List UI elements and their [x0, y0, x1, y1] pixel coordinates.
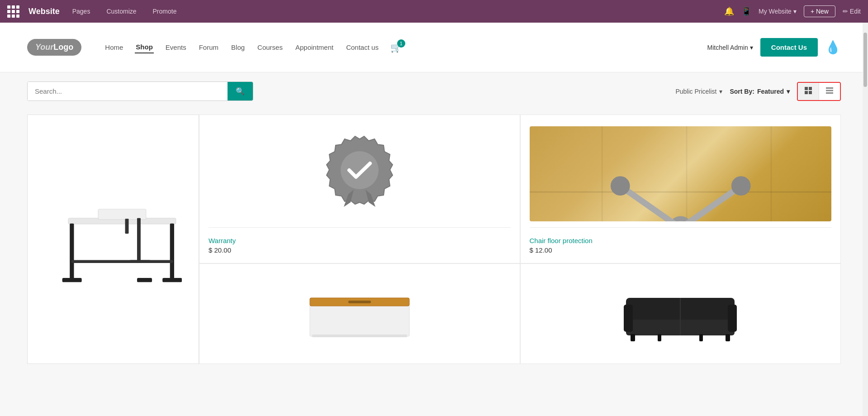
scrollbar-thumb[interactable] — [863, 33, 867, 87]
desk-svg — [44, 170, 182, 308]
product-desk[interactable] — [27, 115, 199, 364]
chevron-down-icon: ▾ — [787, 88, 790, 95]
svg-rect-9 — [70, 224, 74, 281]
svg-rect-4 — [826, 87, 833, 89]
sofa-image-area — [530, 273, 832, 354]
svg-rect-5 — [826, 90, 833, 91]
apps-icon[interactable] — [7, 5, 19, 18]
svg-rect-12 — [162, 278, 182, 282]
water-drop-icon[interactable]: 💧 — [825, 40, 841, 55]
sofa-svg — [621, 284, 739, 343]
chair-floor-price: $ 12.00 — [530, 246, 552, 254]
pricelist-dropdown[interactable]: Public Pricelist ▾ — [675, 88, 722, 95]
admin-nav-pages[interactable]: Pages — [69, 6, 94, 17]
svg-rect-51 — [699, 334, 703, 341]
main-content: 🔍 Public Pricelist ▾ Sort By: Featured ▾ — [0, 72, 868, 416]
nav-shop[interactable]: Shop — [135, 41, 154, 53]
sort-area: Public Pricelist ▾ Sort By: Featured ▾ — [675, 82, 841, 101]
svg-point-38 — [734, 179, 748, 193]
svg-rect-14 — [125, 219, 128, 234]
site-logo[interactable]: YourLogo — [27, 39, 81, 56]
nav-appointment[interactable]: Appointment — [294, 42, 334, 53]
svg-rect-42 — [312, 335, 407, 337]
svg-rect-46 — [728, 305, 737, 332]
product-sofa[interactable] — [520, 263, 841, 364]
cable-box-svg — [305, 287, 414, 341]
search-box: 🔍 — [27, 81, 253, 101]
svg-point-37 — [613, 179, 627, 193]
chevron-down-icon: ▾ — [793, 8, 797, 15]
divider — [530, 227, 832, 228]
site-nav: YourLogo Home Shop Events Forum Blog Cou… — [0, 23, 868, 72]
search-button[interactable]: 🔍 — [228, 82, 253, 100]
divider — [209, 227, 511, 228]
chair-floor-image — [530, 126, 832, 221]
scrollbar[interactable] — [863, 23, 868, 416]
nav-events[interactable]: Events — [165, 42, 187, 53]
nav-home[interactable]: Home — [104, 42, 124, 53]
admin-bar-left: Website Pages Customize Promote — [7, 5, 715, 18]
chair-floor-image-area — [530, 124, 832, 224]
admin-nav-promote[interactable]: Promote — [149, 6, 180, 17]
grid-view-button[interactable] — [798, 83, 819, 100]
nav-courses[interactable]: Courses — [256, 42, 284, 53]
svg-rect-6 — [826, 92, 833, 94]
my-website-dropdown[interactable]: My Website ▾ — [759, 8, 797, 15]
chevron-down-icon: ▾ — [719, 88, 722, 95]
admin-bar: Website Pages Customize Promote 🔔 📱 My W… — [0, 0, 868, 23]
list-view-button[interactable] — [819, 83, 840, 100]
warranty-price: $ 20.00 — [209, 246, 231, 254]
svg-point-19 — [341, 151, 379, 189]
contact-us-button[interactable]: Contact Us — [760, 38, 818, 57]
product-chair-floor[interactable]: Chair floor protection $ 12.00 — [520, 115, 841, 263]
edit-button[interactable]: ✏ Edit — [843, 8, 861, 15]
svg-rect-41 — [348, 301, 371, 303]
cart-badge: 1 — [397, 39, 405, 48]
product-warranty[interactable]: Warranty $ 20.00 — [199, 115, 520, 263]
svg-line-32 — [620, 186, 681, 221]
warranty-badge-svg — [326, 135, 394, 212]
svg-rect-45 — [624, 305, 633, 332]
svg-rect-48 — [631, 334, 635, 341]
admin-bar-right: 🔔 📱 My Website ▾ + New ✏ Edit — [724, 5, 861, 17]
svg-rect-17 — [137, 278, 152, 282]
new-button[interactable]: + New — [804, 5, 835, 17]
svg-rect-13 — [71, 260, 173, 263]
site-nav-links: Home Shop Events Forum Blog Courses Appo… — [104, 41, 693, 53]
svg-rect-39 — [310, 305, 409, 336]
svg-rect-8 — [98, 209, 146, 220]
chair-floor-name[interactable]: Chair floor protection — [530, 237, 593, 244]
mobile-icon[interactable]: 📱 — [741, 6, 751, 16]
logo-your: Your — [35, 43, 53, 52]
svg-rect-2 — [805, 91, 808, 94]
svg-rect-10 — [62, 278, 82, 282]
chevron-down-icon: ▾ — [750, 44, 753, 51]
svg-rect-3 — [809, 91, 812, 94]
admin-name-dropdown[interactable]: Mitchell Admin ▾ — [707, 44, 753, 51]
svg-rect-50 — [658, 334, 661, 341]
svg-line-33 — [680, 186, 741, 221]
search-input[interactable] — [28, 82, 228, 100]
bell-icon[interactable]: 🔔 — [724, 6, 734, 16]
admin-nav-customize[interactable]: Customize — [103, 6, 140, 17]
product-cable-box[interactable] — [199, 263, 520, 364]
cable-box-image-area — [209, 273, 511, 354]
view-toggle — [797, 82, 841, 101]
logo-text: Logo — [53, 43, 73, 52]
shop-toolbar: 🔍 Public Pricelist ▾ Sort By: Featured ▾ — [27, 81, 841, 101]
admin-title: Website — [28, 7, 60, 16]
desk-image-area — [37, 138, 190, 341]
nav-blog[interactable]: Blog — [230, 42, 246, 53]
floor-texture — [530, 126, 832, 221]
cart-icon[interactable]: 🛒 1 — [390, 42, 402, 53]
products-grid: Warranty $ 20.00 — [27, 115, 841, 364]
nav-right: Mitchell Admin ▾ Contact Us 💧 — [707, 38, 841, 57]
list-icon — [825, 86, 834, 95]
svg-rect-49 — [726, 334, 730, 341]
svg-rect-15 — [137, 218, 141, 263]
warranty-name[interactable]: Warranty — [209, 237, 236, 244]
svg-rect-1 — [809, 87, 812, 90]
nav-forum[interactable]: Forum — [198, 42, 219, 53]
nav-contact[interactable]: Contact us — [345, 42, 379, 53]
sort-by-dropdown[interactable]: Sort By: Featured ▾ — [730, 88, 790, 95]
